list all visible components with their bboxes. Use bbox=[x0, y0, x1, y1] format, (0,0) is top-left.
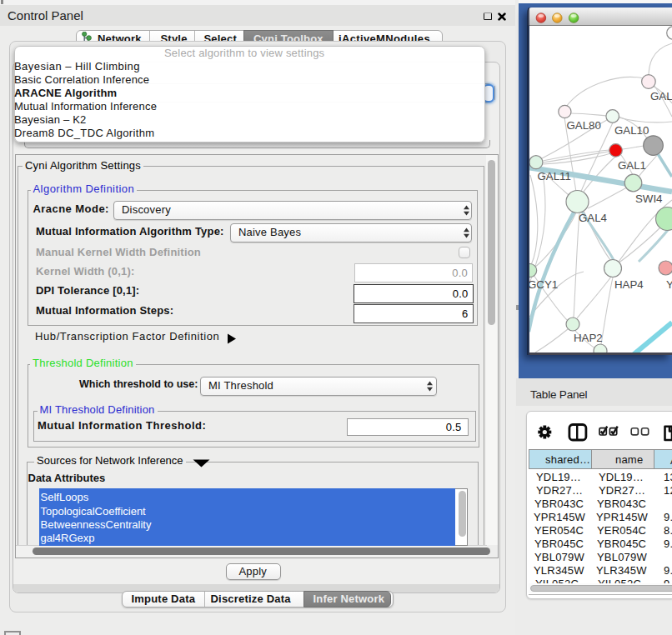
svg-text:GAL10: GAL10 bbox=[614, 124, 649, 137]
svg-text:YJ: YJ bbox=[666, 278, 672, 291]
svg-text:GCY1: GCY1 bbox=[529, 278, 558, 291]
svg-text:GAL4: GAL4 bbox=[579, 212, 607, 224]
svg-text:GAL1: GAL1 bbox=[618, 159, 646, 172]
svg-text:GAL7: GAL7 bbox=[650, 90, 672, 102]
svg-text:GAL11: GAL11 bbox=[538, 170, 571, 182]
svg-text:GAL80: GAL80 bbox=[567, 119, 601, 132]
svg-text:HAP2: HAP2 bbox=[574, 332, 603, 344]
svg-text:SWI4: SWI4 bbox=[635, 192, 663, 205]
svg-text:HAP4: HAP4 bbox=[614, 278, 644, 291]
